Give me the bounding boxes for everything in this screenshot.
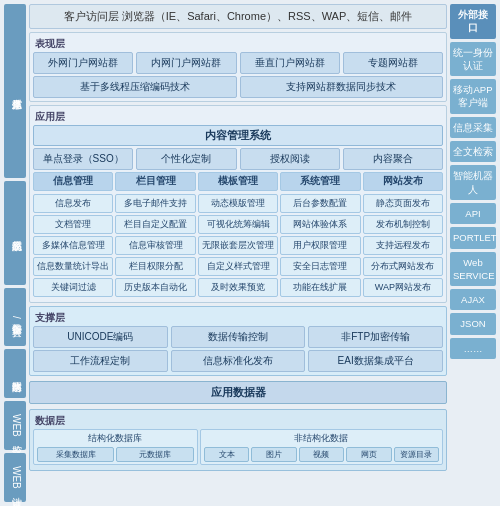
right-item-8: AJAX (450, 289, 496, 310)
presentation-label: 表现层 (33, 36, 443, 52)
web-pub-2: 发布机制控制 (363, 215, 443, 234)
sys-mgmt-2: 网站体验体系 (280, 215, 360, 234)
right-item-3: 全文检索 (450, 141, 496, 162)
topic-portal: 专题网站群 (343, 52, 443, 74)
sys-mgmt-4: 安全日志管理 (280, 257, 360, 276)
ftp-box: 非FTP加密传输 (308, 326, 443, 348)
left-label-backup: 数据备份/容灾 (4, 288, 26, 346)
left-label-web-monitor: WEB监控 (4, 401, 26, 450)
col-mgmt-1: 多电子邮件支持 (115, 194, 195, 213)
collect-db: 采集数据库 (37, 447, 114, 462)
col-mgmt-col: 栏目管理 多电子邮件支持 栏目自定义配置 信息审核管理 栏目权限分配 历史版本自… (115, 172, 195, 297)
web-pub-col: 网站发布 静态页面发布 发布机制控制 支持远程发布 分布式网站发布 WAP网站发… (363, 172, 443, 297)
web-pub-header: 网站发布 (363, 172, 443, 191)
text-db: 文本 (204, 447, 249, 462)
app-features-row: 单点登录（SSO） 个性化定制 授权阅读 内容聚合 (33, 148, 443, 170)
data-layer-row: 结构化数据库 采集数据库 元数据库 非结构化数据 文本 图片 视频 网页 资源目… (33, 429, 443, 465)
info-mgmt-4: 信息数量统计导出 (33, 257, 113, 276)
right-item-0: 统一身份认证 (450, 42, 496, 77)
left-label-anti: 防腐易系统 (4, 181, 26, 285)
external-interface-label: 外部接口 (450, 4, 496, 39)
right-item-6: PORTLET (450, 227, 496, 248)
main-wrapper: 信息支撑体系 防腐易系统 数据备份/容灾 网络防篡改 WEB监控 WEB审计 客… (0, 0, 500, 506)
right-item-2: 信息采集 (450, 117, 496, 138)
info-mgmt-5: 关键词过滤 (33, 278, 113, 297)
left-label-network: 网络防篡改 (4, 349, 26, 398)
unstructured-data: 非结构化数据 文本 图片 视频 网页 资源目录 (200, 429, 443, 465)
auth-box: 授权阅读 (240, 148, 340, 170)
sub-modules-grid: 信息管理 信息发布 文档管理 多媒体信息管理 信息数量统计导出 关键词过滤 栏目… (33, 172, 443, 297)
structured-db-inner: 采集数据库 元数据库 (37, 447, 194, 462)
info-mgmt-col: 信息管理 信息发布 文档管理 多媒体信息管理 信息数量统计导出 关键词过滤 (33, 172, 113, 297)
left-label-info: 信息支撑体系 (4, 4, 26, 178)
tmpl-mgmt-header: 模板管理 (198, 172, 278, 191)
sys-mgmt-col: 系统管理 后台参数配置 网站体验体系 用户权限管理 安全日志管理 功能在线扩展 (280, 172, 360, 297)
structured-db: 结构化数据库 采集数据库 元数据库 (33, 429, 198, 465)
col-mgmt-3: 信息审核管理 (115, 236, 195, 255)
tech-base-2: 支持网站群数据同步技术 (240, 76, 444, 98)
content-agg-box: 内容聚合 (343, 148, 443, 170)
app-layer: 应用层 内容管理系统 单点登录（SSO） 个性化定制 授权阅读 内容聚合 信息管… (29, 105, 447, 303)
personalize-box: 个性化定制 (136, 148, 236, 170)
image-db: 图片 (251, 447, 296, 462)
sso-box: 单点登录（SSO） (33, 148, 133, 170)
resource-dir: 资源目录 (394, 447, 439, 462)
data-transfer-box: 数据传输控制 (171, 326, 306, 348)
tech-base-1: 基于多线程压缩编码技术 (33, 76, 237, 98)
data-layer: 数据层 结构化数据库 采集数据库 元数据库 非结构化数据 文本 图片 视频 网页 (29, 409, 447, 471)
right-item-7: Web SERVICE (450, 252, 496, 287)
col-mgmt-header: 栏目管理 (115, 172, 195, 191)
right-item-1: 移动APP客户端 (450, 79, 496, 114)
right-sidebar: 外部接口 统一身份认证 移动APP客户端 信息采集 全文检索 智能机器人 API… (450, 4, 496, 502)
sys-mgmt-5: 功能在线扩展 (280, 278, 360, 297)
web-pub-4: 分布式网站发布 (363, 257, 443, 276)
eai-box: EAI数据集成平台 (308, 350, 443, 372)
meta-db: 元数据库 (116, 447, 193, 462)
support-row2: 工作流程定制 信息标准化发布 EAI数据集成平台 (33, 350, 443, 372)
vertical-portal: 垂直门户网站群 (240, 52, 340, 74)
presentation-layer: 表现层 外网门户网站群 内网门户网站群 垂直门户网站群 专题网站群 基于多线程压… (29, 32, 447, 102)
data-label: 数据层 (33, 413, 443, 429)
web-pub-5: WAP网站发布 (363, 278, 443, 297)
sys-mgmt-header: 系统管理 (280, 172, 360, 191)
unstructured-data-title: 非结构化数据 (204, 432, 439, 445)
right-item-10: …… (450, 338, 496, 359)
info-mgmt-3: 多媒体信息管理 (33, 236, 113, 255)
inner-portal: 内网门户网站群 (136, 52, 236, 74)
web-pub-1: 静态页面发布 (363, 194, 443, 213)
cms-title: 内容管理系统 (33, 125, 443, 146)
sys-mgmt-1: 后台参数配置 (280, 194, 360, 213)
right-item-9: JSON (450, 313, 496, 334)
web-pub-3: 支持远程发布 (363, 236, 443, 255)
tmpl-mgmt-col: 模板管理 动态模版管理 可视化统筹编辑 无限嵌套层次管理 自定义样式管理 及时效… (198, 172, 278, 297)
sys-mgmt-3: 用户权限管理 (280, 236, 360, 255)
right-item-4: 智能机器人 (450, 165, 496, 200)
left-label-web-audit: WEB审计 (4, 453, 26, 502)
top-bar: 客户访问层 浏览器（IE、Safari、Chrome）、RSS、WAP、短信、邮… (29, 4, 447, 29)
support-row1: UNICODE编码 数据传输控制 非FTP加密传输 (33, 326, 443, 348)
tmpl-mgmt-4: 自定义样式管理 (198, 257, 278, 276)
tech-base-row: 基于多线程压缩编码技术 支持网站群数据同步技术 (33, 76, 443, 98)
unstructured-data-inner: 文本 图片 视频 网页 资源目录 (204, 447, 439, 462)
info-mgmt-1: 信息发布 (33, 194, 113, 213)
unicode-box: UNICODE编码 (33, 326, 168, 348)
main-content: 客户访问层 浏览器（IE、Safari、Chrome）、RSS、WAP、短信、邮… (29, 4, 447, 502)
outer-portal: 外网门户网站群 (33, 52, 133, 74)
tmpl-mgmt-3: 无限嵌套层次管理 (198, 236, 278, 255)
tmpl-mgmt-5: 及时效果预览 (198, 278, 278, 297)
structured-db-title: 结构化数据库 (37, 432, 194, 445)
workflow-box: 工作流程定制 (33, 350, 168, 372)
col-mgmt-2: 栏目自定义配置 (115, 215, 195, 234)
info-mgmt-2: 文档管理 (33, 215, 113, 234)
presentation-row: 外网门户网站群 内网门户网站群 垂直门户网站群 专题网站群 (33, 52, 443, 74)
support-layer: 支撑层 UNICODE编码 数据传输控制 非FTP加密传输 工作流程定制 信息标… (29, 306, 447, 376)
info-standard-box: 信息标准化发布 (171, 350, 306, 372)
right-item-5: API (450, 203, 496, 224)
video-db: 视频 (299, 447, 344, 462)
app-label: 应用层 (33, 109, 443, 125)
info-mgmt-header: 信息管理 (33, 172, 113, 191)
tmpl-mgmt-2: 可视化统筹编辑 (198, 215, 278, 234)
support-label: 支撑层 (33, 310, 443, 326)
app-data-box: 应用数据器 (29, 381, 447, 404)
col-mgmt-4: 栏目权限分配 (115, 257, 195, 276)
